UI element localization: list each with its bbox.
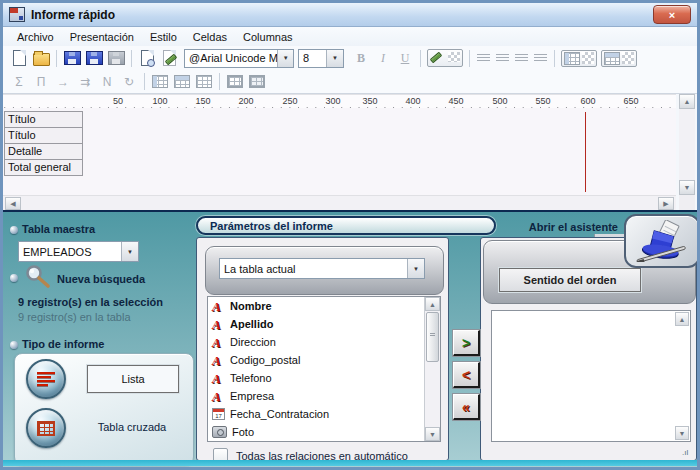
field-row[interactable]: Foto: [208, 423, 440, 441]
italic-button[interactable]: I: [373, 48, 393, 68]
fields-list[interactable]: ANombre AApellido ADireccion ACodigo_pos…: [207, 296, 441, 442]
field-label: Codigo_postal: [230, 354, 300, 366]
row-label-grand-total[interactable]: Total general: [4, 159, 83, 176]
print-preview-icon: [141, 50, 154, 66]
scroll-up-button[interactable]: ▲: [425, 297, 440, 311]
scroll-thumb[interactable]: [426, 312, 439, 362]
quick-report-window: Informe rápido × Archivo Presentación Es…: [0, 0, 700, 470]
menu-celdas[interactable]: Celdas: [185, 29, 235, 45]
master-table-select[interactable]: EMPLEADOS ▼: [18, 241, 139, 262]
ruler-mark: 550: [534, 96, 551, 106]
close-button[interactable]: ×: [653, 5, 691, 24]
list-report-button[interactable]: [26, 359, 66, 399]
report-design-area[interactable]: Título Título Detalle Total general: [3, 108, 676, 195]
print-preview-button[interactable]: [137, 48, 157, 68]
field-row[interactable]: ADireccion: [208, 333, 440, 351]
chevron-down-icon[interactable]: ▼: [407, 259, 424, 278]
cell-color-button[interactable]: [427, 49, 463, 67]
ruler-mark: 150: [194, 96, 211, 106]
bullet-icon: [10, 226, 18, 234]
chevron-down-icon[interactable]: ▼: [277, 50, 293, 67]
menu-columnas[interactable]: Columnas: [235, 29, 301, 45]
field-label: Apellido: [230, 318, 273, 330]
insert-column-button[interactable]: [225, 72, 245, 92]
underline-button[interactable]: U: [395, 48, 415, 68]
sort-order-list[interactable]: ▲ ▼: [491, 310, 691, 442]
resize-grip[interactable]: .ıl: [682, 449, 692, 457]
cross-table-report-button[interactable]: [26, 408, 66, 448]
scroll-down-button[interactable]: ▼: [679, 180, 695, 195]
scroll-up-button[interactable]: ▲: [675, 312, 689, 326]
fill-button[interactable]: [194, 72, 214, 92]
transparency-swatch-icon: [582, 52, 594, 64]
ruler-mark: 100: [151, 96, 168, 106]
remove-all-fields-button[interactable]: «: [453, 394, 480, 420]
ruler-mark: 200: [237, 96, 254, 106]
table-scope-select[interactable]: La tabla actual ▼: [219, 258, 425, 279]
menu-archivo[interactable]: Archivo: [9, 29, 62, 45]
ruler-mark: 500: [491, 96, 508, 106]
font-family-select[interactable]: @Arial Unicode MS ▼: [184, 49, 294, 68]
list-report-icon: [37, 372, 55, 386]
add-column-button[interactable]: [150, 72, 170, 92]
scroll-right-button[interactable]: ▶: [658, 197, 674, 210]
arrow-up-icon: ▲: [429, 301, 436, 308]
add-field-button[interactable]: >: [453, 330, 480, 356]
field-row[interactable]: 17Fecha_Contratacion: [208, 405, 440, 423]
bullet-icon: [10, 341, 18, 349]
remove-field-button[interactable]: <: [453, 362, 480, 388]
menu-presentacion[interactable]: Presentación: [62, 29, 142, 45]
horizontal-scrollbar[interactable]: ◀ ▶: [3, 195, 676, 211]
date-field-icon: 17: [212, 408, 225, 420]
field-row[interactable]: ACodigo_postal: [208, 351, 440, 369]
open-wizard-button[interactable]: [624, 214, 700, 268]
chevron-down-icon[interactable]: ▼: [326, 50, 343, 67]
menu-estilo[interactable]: Estilo: [142, 29, 185, 45]
field-row[interactable]: ANombre: [208, 297, 440, 315]
row-label-detail[interactable]: Detalle: [4, 143, 83, 160]
chevron-down-icon[interactable]: ▼: [121, 242, 138, 261]
row-label-title1[interactable]: Título: [4, 111, 83, 128]
master-table-value: EMPLEADOS: [23, 246, 91, 258]
average-button: Π: [31, 72, 51, 92]
ruler-mark: 450: [447, 96, 464, 106]
open-wizard-label[interactable]: Abrir el asistente: [458, 221, 618, 233]
arrow-up-icon: ▲: [684, 98, 691, 105]
title-bar[interactable]: Informe rápido ×: [3, 3, 697, 27]
insert-column-icon: [227, 75, 243, 88]
delete-column-button[interactable]: [247, 72, 267, 92]
align-left-icon[interactable]: [477, 54, 490, 63]
scroll-down-button[interactable]: ▼: [425, 427, 440, 441]
open-button[interactable]: [31, 48, 51, 68]
vertical-scrollbar[interactable]: ▲ ▼: [679, 94, 695, 195]
ruler-mark: 650: [622, 96, 639, 106]
add-row-button[interactable]: [172, 72, 192, 92]
alternate-color-button[interactable]: [561, 50, 597, 67]
field-row[interactable]: ATelefono: [208, 369, 440, 387]
list-report-option[interactable]: Lista: [87, 365, 179, 393]
bold-button[interactable]: B: [351, 48, 371, 68]
font-size-select[interactable]: 8 ▼: [298, 49, 344, 68]
fill-icon: [196, 75, 212, 88]
ruler-mark: 600: [579, 96, 596, 106]
alternate-row-color-button[interactable]: [601, 50, 637, 67]
pencil-icon: [430, 52, 442, 64]
save-as-button[interactable]: [84, 48, 104, 68]
new-document-button[interactable]: [9, 48, 29, 68]
cross-table-option-label[interactable]: Tabla cruzada: [87, 421, 177, 433]
chevron-right-icon: >: [462, 336, 470, 350]
save-button[interactable]: [62, 48, 82, 68]
field-row[interactable]: AApellido: [208, 315, 440, 333]
scroll-down-button[interactable]: ▼: [675, 426, 689, 440]
scroll-left-button[interactable]: ◀: [5, 197, 21, 210]
align-justify-icon[interactable]: [534, 54, 547, 63]
align-right-icon[interactable]: [515, 54, 528, 63]
row-label-title2[interactable]: Título: [4, 127, 83, 144]
field-row[interactable]: AEmpresa: [208, 387, 440, 405]
fields-list-scrollbar[interactable]: ▲ ▼: [424, 297, 440, 441]
magnifier-icon[interactable]: [24, 264, 52, 290]
scroll-up-button[interactable]: ▲: [679, 94, 695, 109]
arrow-down-icon: ▼: [429, 431, 436, 438]
new-search-button[interactable]: Nueva búsqueda: [57, 273, 145, 285]
align-center-icon[interactable]: [496, 54, 509, 63]
